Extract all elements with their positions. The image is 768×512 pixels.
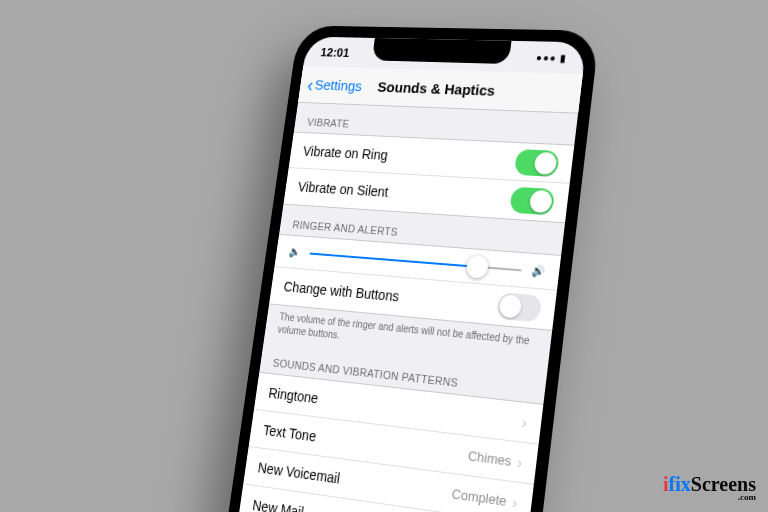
screen: 12:01 ●●● ▮ ‹ Settings Sounds & Haptics … (234, 37, 587, 512)
row-value: Chimes (467, 448, 512, 469)
vibrate-ring-toggle[interactable] (514, 148, 560, 176)
watermark: ifixScreens .com (663, 473, 756, 502)
status-icons: ●●● ▮ (536, 52, 568, 64)
volume-slider[interactable] (310, 252, 522, 271)
back-label: Settings (314, 76, 363, 93)
phone-frame: 12:01 ●●● ▮ ‹ Settings Sounds & Haptics … (222, 25, 600, 512)
status-time: 12:01 (320, 45, 351, 60)
row-value: Complete (451, 486, 507, 509)
row-label: Vibrate on Silent (297, 179, 512, 208)
vibrate-silent-toggle[interactable] (509, 187, 555, 216)
speaker-low-icon: 🔈 (288, 245, 302, 258)
row-label: Vibrate on Ring (302, 143, 516, 169)
chevron-right-icon: › (511, 493, 518, 512)
chevron-right-icon: › (516, 453, 523, 472)
back-button[interactable]: ‹ Settings (306, 75, 363, 95)
change-buttons-toggle[interactable] (496, 292, 542, 322)
notch (372, 38, 512, 64)
speaker-high-icon: 🔊 (531, 264, 546, 278)
slider-thumb[interactable] (466, 255, 490, 279)
page-title: Sounds & Haptics (377, 78, 496, 98)
chevron-right-icon: › (521, 413, 528, 431)
